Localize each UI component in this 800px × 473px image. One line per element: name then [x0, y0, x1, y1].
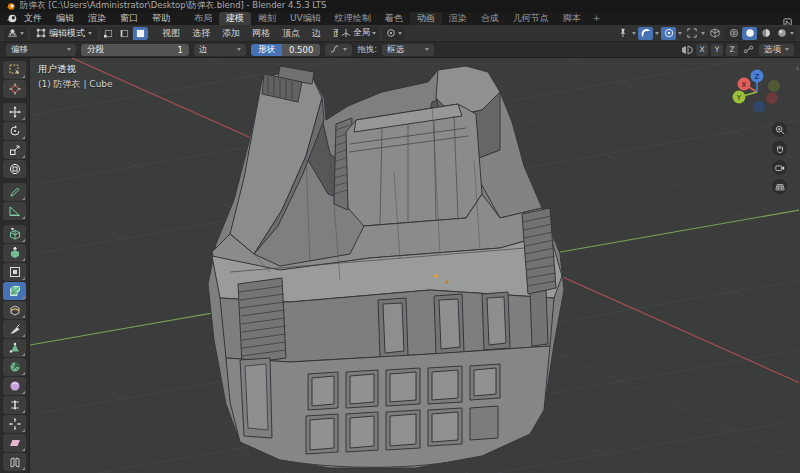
tab-animation[interactable]: 动画 [410, 12, 442, 25]
add-workspace-button[interactable]: + [588, 12, 606, 25]
camera-view-button[interactable] [772, 160, 787, 175]
tool-scale[interactable] [3, 141, 26, 159]
material-preview-button[interactable] [758, 27, 773, 40]
custom-profile-dropdown[interactable] [325, 44, 352, 56]
tab-texture-paint[interactable]: 纹理绘制 [328, 12, 378, 25]
tool-loop-cut[interactable] [3, 301, 26, 319]
shape-toggle[interactable]: 形状 [251, 44, 282, 56]
pan-button[interactable] [772, 141, 787, 156]
tool-inset-faces[interactable] [3, 263, 26, 281]
auto-merge-button[interactable] [741, 43, 756, 56]
segments-slider[interactable]: 分段 1 [81, 44, 189, 56]
segments-value: 1 [178, 45, 183, 55]
chevron-down-icon[interactable] [655, 32, 659, 35]
tab-rendering[interactable]: 渲染 [442, 12, 474, 25]
chevron-down-icon[interactable] [790, 32, 794, 35]
tool-transform[interactable] [3, 160, 26, 178]
tool-measure[interactable] [3, 202, 26, 220]
rendered-shading-button[interactable] [774, 27, 789, 40]
tool-knife[interactable] [3, 320, 26, 338]
tool-cursor[interactable] [3, 80, 26, 98]
editor-type-dropdown[interactable] [4, 27, 27, 40]
menu-add[interactable]: 添加 [216, 25, 246, 42]
zoom-button[interactable] [772, 122, 787, 137]
viewport-scene [30, 58, 799, 473]
tool-spin[interactable] [3, 358, 26, 376]
gizmo-neg-x[interactable] [766, 92, 778, 104]
chevron-down-icon[interactable] [678, 32, 682, 35]
chevron-down-icon[interactable] [701, 32, 705, 35]
shape-value: 0.500 [289, 45, 313, 55]
selected-vertex[interactable] [434, 274, 438, 278]
edge-select-button[interactable] [117, 27, 132, 40]
tool-poly-build[interactable] [3, 339, 26, 357]
toggle-xray-button[interactable] [707, 27, 722, 40]
menu-render[interactable]: 渲染 [81, 12, 113, 25]
menu-help[interactable]: 帮助 [145, 12, 177, 25]
vertex-select-button[interactable] [101, 27, 116, 40]
menu-file[interactable]: 文件 [17, 12, 49, 25]
tab-sculpting[interactable]: 雕刻 [251, 12, 283, 25]
tool-shrink-fatten[interactable] [3, 415, 26, 433]
mode-dropdown[interactable]: 编辑模式 [31, 27, 97, 40]
mirror-z-button[interactable]: Z [726, 44, 738, 56]
face-select-button[interactable] [133, 27, 148, 40]
selected-vertex[interactable] [446, 281, 449, 284]
drag-mode-dropdown[interactable]: 框选 [382, 44, 434, 56]
tool-extrude-region[interactable] [3, 244, 26, 262]
tool-edge-slide[interactable] [3, 396, 26, 414]
tab-scripting[interactable]: 脚本 [556, 12, 588, 25]
mirror-x-button[interactable]: X [696, 44, 708, 56]
gizmo-neg-y[interactable] [768, 80, 780, 92]
mirror-icon [681, 44, 693, 56]
viewport-editor-icon [7, 28, 18, 39]
mirror-y-button[interactable]: Y [711, 44, 723, 56]
cursor-icon [9, 83, 21, 95]
tab-layout[interactable]: 布局 [187, 12, 219, 25]
shape-field[interactable]: 形状 0.500 [251, 44, 320, 56]
tab-shading[interactable]: 着色 [378, 12, 410, 25]
menu-edit[interactable]: 编辑 [49, 12, 81, 25]
pivot-point-dropdown[interactable] [383, 27, 405, 40]
menu-select[interactable]: 选择 [186, 25, 216, 42]
tool-add-cube[interactable] [3, 225, 26, 243]
tool-annotate[interactable] [3, 183, 26, 201]
chevron-down-icon[interactable] [632, 32, 636, 35]
menu-edge[interactable]: 边 [306, 25, 327, 42]
menu-view[interactable]: 视图 [156, 25, 186, 42]
proportional-editing-button[interactable] [661, 27, 676, 40]
bevel-affect-dropdown[interactable]: 边 [194, 44, 246, 56]
tool-smooth[interactable] [3, 377, 26, 395]
edge-slide-icon [9, 399, 21, 411]
tool-bevel[interactable] [3, 282, 26, 300]
tool-rotate[interactable] [3, 122, 26, 140]
solid-shading-button[interactable] [742, 27, 757, 40]
vest-model[interactable] [208, 66, 564, 468]
tool-shear[interactable] [3, 434, 26, 452]
navigation-gizmo[interactable]: X Y Z [728, 62, 786, 120]
pivot-pin-button[interactable] [615, 27, 630, 40]
tab-geometry-nodes[interactable]: 几何节点 [506, 12, 556, 25]
tool-rip-region[interactable] [3, 453, 26, 471]
menu-window[interactable]: 窗口 [113, 12, 145, 25]
show-gizmo-button[interactable] [684, 27, 699, 40]
menu-vertex[interactable]: 顶点 [276, 25, 306, 42]
tool-select-box[interactable] [3, 61, 26, 79]
wireframe-shading-button[interactable] [726, 27, 741, 40]
gizmo-neg-z[interactable] [753, 101, 765, 113]
tool-move[interactable] [3, 103, 26, 121]
menu-mesh[interactable]: 网格 [246, 25, 276, 42]
snap-magnet-button[interactable] [638, 27, 653, 40]
tab-uv-editing[interactable]: UV编辑 [283, 12, 328, 25]
blender-app-menu-icon[interactable] [6, 13, 17, 24]
tab-modeling[interactable]: 建模 [219, 12, 251, 25]
transform-orientation-dropdown[interactable]: 全局 [338, 27, 379, 40]
shape-value-field[interactable]: 0.500 [282, 44, 320, 56]
tab-compositing[interactable]: 合成 [474, 12, 506, 25]
sidebar-collapse-arrow[interactable]: ‹ [796, 64, 799, 73]
toggle-ortho-button[interactable] [772, 179, 787, 194]
options-dropdown[interactable]: 选项 [759, 44, 794, 56]
bevel-offset-type-dropdown[interactable]: 偏移 [6, 44, 76, 56]
3d-viewport[interactable]: 用户透视 (1) 防弹衣 | Cube X [30, 58, 800, 473]
tool-settings-bar: 偏移 分段 1 边 形状 0.500 拖拽: 框选 X Y [0, 42, 800, 58]
